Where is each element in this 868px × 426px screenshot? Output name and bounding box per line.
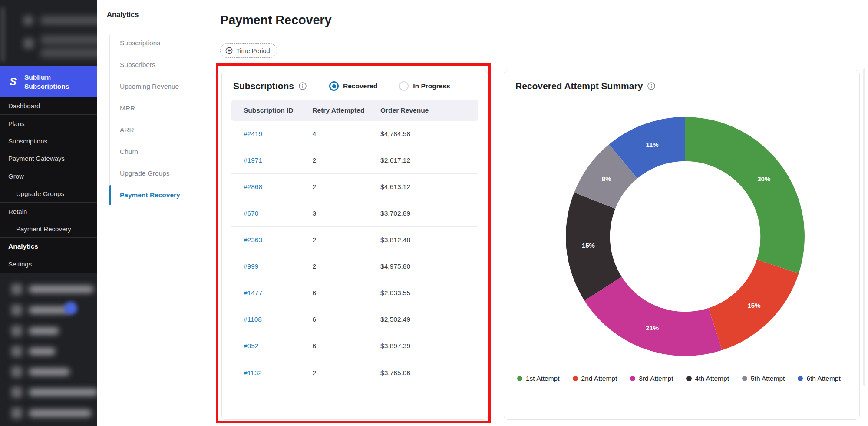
- retry-attempted-cell: 2: [305, 369, 377, 377]
- subnav-item-arr[interactable]: ARR: [109, 119, 214, 141]
- legend-dot-2nd-attempt: [573, 376, 578, 381]
- blurred-menu-item[interactable]: [0, 406, 97, 420]
- donut-slice-3rd-attempt[interactable]: [584, 277, 722, 356]
- vertical-scrollbar[interactable]: [863, 68, 865, 386]
- subscription-id-link[interactable]: #2363: [244, 236, 262, 243]
- table-filters: RecoveredIn Progress: [329, 81, 450, 91]
- wp-menu-item-plans[interactable]: Plans: [0, 115, 97, 132]
- legend-dot-5th-attempt: [742, 376, 747, 381]
- wp-admin-sidebar: S Sublium Subscriptions DashboardPlansSu…: [0, 0, 97, 426]
- slice-label-4th-attempt: 15%: [582, 242, 595, 249]
- wp-menu-item-retain[interactable]: Retain: [0, 203, 97, 220]
- info-icon[interactable]: [299, 82, 307, 90]
- table-row: #24194$4,784.58: [231, 121, 478, 147]
- subnav-item-payment-recovery[interactable]: Payment Recovery: [109, 184, 214, 206]
- order-revenue-cell: $3,702.89: [377, 210, 478, 217]
- subscription-id-cell: #352: [231, 342, 305, 350]
- filter-in-progress[interactable]: In Progress: [399, 81, 450, 91]
- subscription-id-cell: #670: [231, 210, 305, 217]
- subnav-item-mrr[interactable]: MRR: [109, 97, 214, 119]
- slice-label-2nd-attempt: 15%: [747, 302, 760, 309]
- subscription-id-link[interactable]: #352: [244, 342, 258, 349]
- subscriptions-card: Subscriptions RecoveredIn Progress Subsc…: [221, 70, 488, 420]
- wp-menu-item-grow[interactable]: Grow: [0, 167, 97, 185]
- blurred-strip: [1, 7, 5, 62]
- time-period-label: Time Period: [236, 47, 270, 54]
- blurred-menu-item[interactable]: [0, 324, 97, 338]
- wp-menu-item-payment-gateways[interactable]: Payment Gateways: [0, 150, 97, 167]
- legend-item-2nd-attempt: 2nd Attempt: [573, 375, 617, 383]
- order-revenue-cell: $4,975.80: [377, 263, 478, 270]
- chart-legend: 1st Attempt2nd Attempt3rd Attempt4th Att…: [517, 375, 850, 383]
- wp-menu-item-analytics[interactable]: Analytics: [0, 238, 97, 255]
- retry-attempted-cell: 6: [305, 316, 377, 323]
- legend-dot-4th-attempt: [686, 376, 692, 381]
- legend-label: 1st Attempt: [526, 375, 560, 383]
- legend-dot-3rd-attempt: [630, 376, 635, 381]
- wp-menu-item-payment-recovery[interactable]: Payment Recovery: [0, 220, 97, 237]
- order-revenue-cell: $4,784.58: [377, 130, 478, 138]
- table-row: #14776$2,033.55: [231, 280, 478, 306]
- donut-slice-1st-attempt[interactable]: [685, 117, 805, 273]
- order-revenue-cell: $3,812.48: [377, 236, 478, 244]
- retry-attempted-cell: 2: [305, 183, 377, 191]
- order-revenue-cell: $2,617.12: [377, 156, 478, 164]
- retry-attempted-cell: 2: [305, 156, 377, 164]
- table-header-row: Subscription IDRetry AttemptedOrder Reve…: [231, 100, 478, 121]
- subscription-id-cell: #2363: [231, 236, 305, 244]
- subscription-id-link[interactable]: #2868: [244, 183, 262, 190]
- retry-attempted-cell: 6: [305, 289, 377, 297]
- sublium-s-icon: S: [7, 76, 19, 88]
- page-title: Payment Recovery: [220, 13, 331, 27]
- subnav-item-churn[interactable]: Churn: [109, 141, 214, 163]
- legend-item-4th-attempt: 4th Attempt: [686, 375, 729, 383]
- subscription-id-link[interactable]: #2419: [244, 130, 262, 137]
- subnav-item-subscriptions[interactable]: Subscriptions: [109, 32, 214, 54]
- subscription-id-link[interactable]: #1108: [244, 316, 262, 323]
- column-header-order-revenue: Order Revenue: [377, 106, 478, 114]
- wp-menu-item-upgrade-groups[interactable]: Upgrade Groups: [0, 185, 97, 202]
- legend-label: 3rd Attempt: [639, 375, 673, 383]
- table-row: #23632$3,812.48: [231, 227, 478, 253]
- blurred-label: [40, 17, 97, 24]
- subscription-id-link[interactable]: #1477: [244, 289, 262, 296]
- subscription-id-link[interactable]: #670: [244, 210, 258, 217]
- legend-label: 5th Attempt: [751, 375, 785, 383]
- blurred-label: [40, 49, 97, 57]
- subnav-item-subscribers[interactable]: Subscribers: [109, 54, 214, 76]
- legend-dot-1st-attempt: [517, 376, 522, 381]
- subscription-id-cell: #999: [231, 263, 305, 270]
- time-period-button[interactable]: Time Period: [220, 43, 277, 58]
- subscription-id-link[interactable]: #1971: [244, 156, 262, 164]
- legend-item-3rd-attempt: 3rd Attempt: [630, 375, 673, 383]
- subnav-item-upgrade-groups[interactable]: Upgrade Groups: [109, 163, 214, 184]
- filter-recovered[interactable]: Recovered: [329, 81, 377, 91]
- table-row: #9992$4,975.80: [231, 253, 478, 280]
- blurred-menu-item[interactable]: [0, 303, 97, 317]
- table-row: #11086$2,502.49: [231, 306, 478, 333]
- recovered-attempt-summary-card: Recovered Attempt Summary 30%15%21%15%8%…: [504, 70, 860, 420]
- blurred-menu-item[interactable]: [0, 386, 97, 399]
- blurred-menu-item[interactable]: [0, 365, 97, 379]
- radio-icon-recovered[interactable]: [329, 81, 339, 91]
- wp-menu-item-settings[interactable]: Settings: [0, 255, 97, 273]
- subscription-id-link[interactable]: #1132: [244, 369, 262, 376]
- plugin-name-line1: Sublium: [24, 73, 51, 81]
- subscription-id-link[interactable]: #999: [244, 263, 258, 270]
- subnav-item-upcoming-revenue[interactable]: Upcoming Revenue: [109, 76, 214, 97]
- radio-icon-in-progress[interactable]: [399, 81, 409, 91]
- wp-menu-item-sublium-subscriptions[interactable]: S Sublium Subscriptions: [0, 66, 97, 97]
- wp-plugin-menu: DashboardPlansSubscriptionsPayment Gatew…: [0, 97, 97, 273]
- blurred-menu-item[interactable]: [0, 283, 97, 296]
- table-row: #6703$3,702.89: [231, 200, 478, 227]
- subscription-id-cell: #1971: [231, 156, 305, 164]
- blurred-admin-top-section: [0, 0, 97, 66]
- radio-label: In Progress: [413, 82, 450, 90]
- wp-menu-item-dashboard[interactable]: Dashboard: [0, 97, 97, 114]
- column-header-subscription-id: Subscription ID: [231, 106, 305, 114]
- order-revenue-cell: $2,502.49: [377, 316, 478, 323]
- subscription-id-cell: #2868: [231, 183, 305, 191]
- blurred-menu-item[interactable]: [0, 345, 97, 359]
- order-revenue-cell: $4,613.12: [377, 183, 478, 191]
- wp-menu-item-subscriptions[interactable]: Subscriptions: [0, 132, 97, 150]
